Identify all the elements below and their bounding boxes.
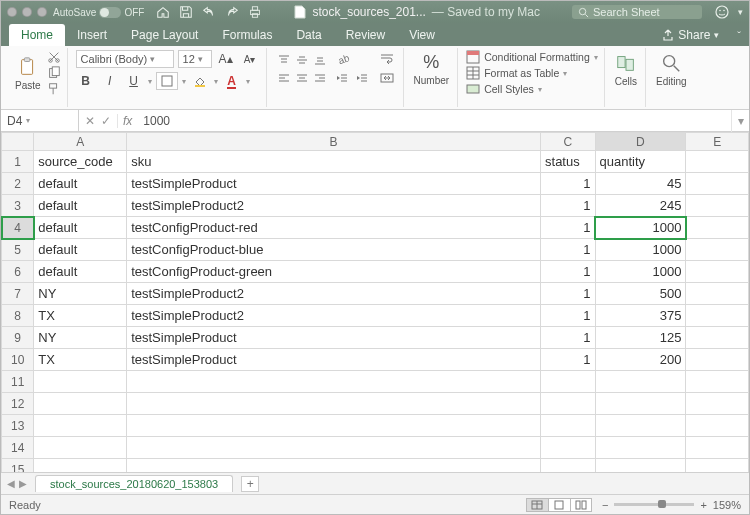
cell-D5[interactable]: 1000	[595, 239, 686, 261]
cell-E14[interactable]	[686, 437, 749, 459]
cell-A12[interactable]	[34, 393, 127, 415]
cell-E3[interactable]	[686, 195, 749, 217]
sheet-nav-prev-icon[interactable]: ◀	[7, 478, 15, 489]
borders-button[interactable]	[156, 72, 178, 90]
cell-C3[interactable]: 1	[541, 195, 596, 217]
chevron-down-icon[interactable]: ▾	[738, 7, 743, 17]
search-sheet-field[interactable]: Search Sheet	[572, 5, 702, 19]
home-icon[interactable]	[156, 5, 170, 19]
column-header-C[interactable]: C	[541, 133, 596, 151]
align-top-icon[interactable]	[275, 52, 293, 68]
cell-A15[interactable]	[34, 459, 127, 473]
zoom-window-button[interactable]	[37, 7, 47, 17]
cell-C8[interactable]: 1	[541, 305, 596, 327]
wrap-text-icon[interactable]	[377, 50, 397, 68]
cell-D13[interactable]	[595, 415, 686, 437]
add-sheet-button[interactable]: +	[241, 476, 259, 492]
row-header-9[interactable]: 9	[2, 327, 34, 349]
cell-E7[interactable]	[686, 283, 749, 305]
cell-C2[interactable]: 1	[541, 173, 596, 195]
italic-button[interactable]: I	[100, 72, 120, 90]
save-icon[interactable]	[179, 5, 193, 19]
fx-label[interactable]: fx	[118, 114, 137, 128]
fill-color-button[interactable]	[190, 72, 210, 90]
cell-B1[interactable]: sku	[127, 151, 541, 173]
cell-C15[interactable]	[541, 459, 596, 473]
cell-E13[interactable]	[686, 415, 749, 437]
row-header-5[interactable]: 5	[2, 239, 34, 261]
sheet-nav-next-icon[interactable]: ▶	[19, 478, 27, 489]
cell-A2[interactable]: default	[34, 173, 127, 195]
cut-icon[interactable]	[47, 50, 61, 64]
cell-A1[interactable]: source_code	[34, 151, 127, 173]
cell-B13[interactable]	[127, 415, 541, 437]
cell-E11[interactable]	[686, 371, 749, 393]
cell-D9[interactable]: 125	[595, 327, 686, 349]
cell-B7[interactable]: testSimpleProduct2	[127, 283, 541, 305]
cell-E6[interactable]	[686, 261, 749, 283]
increase-indent-icon[interactable]	[353, 70, 373, 88]
row-header-12[interactable]: 12	[2, 393, 34, 415]
page-layout-view-button[interactable]	[548, 498, 570, 512]
accept-formula-icon[interactable]: ✓	[101, 114, 111, 128]
row-header-14[interactable]: 14	[2, 437, 34, 459]
cell-A4[interactable]: default	[34, 217, 127, 239]
font-color-button[interactable]: A	[222, 72, 242, 90]
row-header-1[interactable]: 1	[2, 151, 34, 173]
cell-B3[interactable]: testSimpleProduct2	[127, 195, 541, 217]
orientation-icon[interactable]: ab	[333, 50, 353, 68]
tab-view[interactable]: View	[397, 24, 447, 46]
row-header-3[interactable]: 3	[2, 195, 34, 217]
zoom-level-label[interactable]: 159%	[713, 499, 741, 511]
tab-data[interactable]: Data	[284, 24, 333, 46]
cell-E8[interactable]	[686, 305, 749, 327]
row-header-15[interactable]: 15	[2, 459, 34, 473]
cell-B5[interactable]: testConfigProduct-blue	[127, 239, 541, 261]
close-window-button[interactable]	[7, 7, 17, 17]
cell-styles-button[interactable]: Cell Styles▾	[466, 82, 598, 96]
feedback-smile-icon[interactable]	[714, 4, 730, 20]
name-box[interactable]: D4 ▾	[1, 110, 79, 132]
conditional-formatting-button[interactable]: Conditional Formatting▾	[466, 50, 598, 64]
normal-view-button[interactable]	[526, 498, 548, 512]
column-header-B[interactable]: B	[127, 133, 541, 151]
cell-D6[interactable]: 1000	[595, 261, 686, 283]
cell-A14[interactable]	[34, 437, 127, 459]
cell-B15[interactable]	[127, 459, 541, 473]
undo-icon[interactable]	[202, 5, 216, 19]
column-header-D[interactable]: D	[595, 133, 686, 151]
cell-E2[interactable]	[686, 173, 749, 195]
row-header-8[interactable]: 8	[2, 305, 34, 327]
underline-button[interactable]: U	[124, 72, 144, 90]
cell-E4[interactable]	[686, 217, 749, 239]
cell-D8[interactable]: 375	[595, 305, 686, 327]
column-header-A[interactable]: A	[34, 133, 127, 151]
cell-C7[interactable]: 1	[541, 283, 596, 305]
cell-B14[interactable]	[127, 437, 541, 459]
redo-icon[interactable]	[225, 5, 239, 19]
cell-A3[interactable]: default	[34, 195, 127, 217]
cell-C6[interactable]: 1	[541, 261, 596, 283]
cell-D1[interactable]: quantity	[595, 151, 686, 173]
cell-C12[interactable]	[541, 393, 596, 415]
cells-button[interactable]: Cells	[613, 50, 639, 89]
share-button[interactable]: Share ▾	[652, 24, 729, 46]
font-name-combobox[interactable]: Calibri (Body)▾	[76, 50, 174, 68]
increase-font-icon[interactable]: A▴	[216, 50, 236, 68]
align-center-icon[interactable]	[293, 70, 311, 86]
worksheet-grid[interactable]: ABCDE1source_codeskustatusquantity2defau…	[1, 132, 749, 472]
cell-B9[interactable]: testSimpleProduct	[127, 327, 541, 349]
cell-E15[interactable]	[686, 459, 749, 473]
cancel-formula-icon[interactable]: ✕	[85, 114, 95, 128]
align-right-icon[interactable]	[311, 70, 329, 86]
align-left-icon[interactable]	[275, 70, 293, 86]
select-all-corner[interactable]	[2, 133, 34, 151]
cell-E12[interactable]	[686, 393, 749, 415]
zoom-in-button[interactable]: +	[700, 499, 706, 511]
format-painter-icon[interactable]	[47, 82, 61, 96]
cell-B12[interactable]	[127, 393, 541, 415]
cell-B11[interactable]	[127, 371, 541, 393]
editing-button[interactable]: Editing	[654, 50, 689, 89]
cell-C4[interactable]: 1	[541, 217, 596, 239]
zoom-out-button[interactable]: −	[602, 499, 608, 511]
